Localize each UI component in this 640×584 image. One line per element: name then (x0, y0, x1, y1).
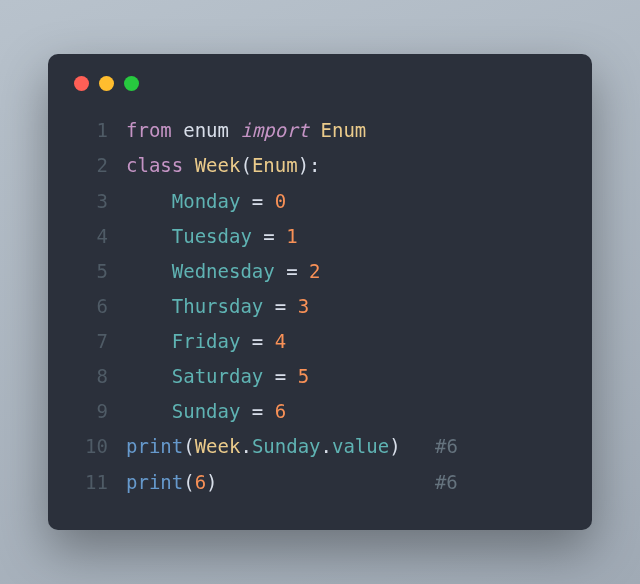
code-block: 1from enum import Enum2class Week(Enum):… (68, 113, 566, 500)
token-kw: class (126, 154, 183, 176)
token-cls: Enum (321, 119, 367, 141)
token-num: 5 (298, 365, 309, 387)
line-content: print(6) #6 (126, 465, 566, 500)
token-plain (275, 225, 286, 247)
token-plain (286, 365, 297, 387)
token-cls: Enum (252, 154, 298, 176)
line-number: 1 (68, 113, 108, 148)
code-line: 8 Saturday = 5 (68, 359, 566, 394)
close-icon[interactable] (74, 76, 89, 91)
line-content: print(Week.Sunday.value) #6 (126, 429, 566, 464)
token-num: 3 (298, 295, 309, 317)
token-plain (172, 119, 183, 141)
gutter-gap (108, 184, 126, 219)
token-plain (240, 330, 251, 352)
token-pun: : (309, 154, 320, 176)
token-plain (298, 260, 309, 282)
minimize-icon[interactable] (99, 76, 114, 91)
code-line: 4 Tuesday = 1 (68, 219, 566, 254)
token-attr: Sunday (252, 435, 321, 457)
code-line: 6 Thursday = 3 (68, 289, 566, 324)
token-attr: Saturday (172, 365, 264, 387)
token-attr: Friday (172, 330, 241, 352)
token-plain (126, 190, 172, 212)
token-pun: = (275, 365, 286, 387)
token-fn: print (126, 435, 183, 457)
line-number: 7 (68, 324, 108, 359)
token-cls: Week (195, 154, 241, 176)
token-plain (218, 471, 435, 493)
line-content: Saturday = 5 (126, 359, 566, 394)
token-plain (263, 365, 274, 387)
code-line: 10print(Week.Sunday.value) #6 (68, 429, 566, 464)
zoom-icon[interactable] (124, 76, 139, 91)
token-pun: ) (389, 435, 400, 457)
code-line: 2class Week(Enum): (68, 148, 566, 183)
token-pun: = (286, 260, 297, 282)
gutter-gap (108, 465, 126, 500)
token-plain (126, 260, 172, 282)
token-num: 6 (195, 471, 206, 493)
token-pun: ) (206, 471, 217, 493)
line-content: class Week(Enum): (126, 148, 566, 183)
gutter-gap (108, 219, 126, 254)
line-number: 8 (68, 359, 108, 394)
token-attr: Thursday (172, 295, 264, 317)
token-attr: Monday (172, 190, 241, 212)
code-window: 1from enum import Enum2class Week(Enum):… (48, 54, 592, 530)
line-content: Wednesday = 2 (126, 254, 566, 289)
line-number: 5 (68, 254, 108, 289)
code-line: 9 Sunday = 6 (68, 394, 566, 429)
line-content: Tuesday = 1 (126, 219, 566, 254)
token-plain (126, 365, 172, 387)
token-kw-it: import (240, 119, 309, 141)
gutter-gap (108, 148, 126, 183)
token-plain (240, 190, 251, 212)
line-content: Monday = 0 (126, 184, 566, 219)
token-pun: . (240, 435, 251, 457)
token-num: 0 (275, 190, 286, 212)
token-num: 1 (286, 225, 297, 247)
token-cmt: #6 (435, 435, 458, 457)
token-plain (126, 400, 172, 422)
token-plain (263, 295, 274, 317)
token-plain (229, 119, 240, 141)
token-plain (263, 400, 274, 422)
gutter-gap (108, 113, 126, 148)
gutter-gap (108, 394, 126, 429)
token-mod: enum (183, 119, 229, 141)
token-cls: Week (195, 435, 241, 457)
code-line: 1from enum import Enum (68, 113, 566, 148)
token-kw: from (126, 119, 172, 141)
line-number: 10 (68, 429, 108, 464)
line-number: 9 (68, 394, 108, 429)
token-num: 4 (275, 330, 286, 352)
line-content: Thursday = 3 (126, 289, 566, 324)
token-plain (183, 154, 194, 176)
token-plain (240, 400, 251, 422)
code-line: 5 Wednesday = 2 (68, 254, 566, 289)
gutter-gap (108, 289, 126, 324)
traffic-lights (74, 76, 566, 91)
gutter-gap (108, 254, 126, 289)
token-plain (275, 260, 286, 282)
line-number: 6 (68, 289, 108, 324)
line-number: 2 (68, 148, 108, 183)
token-plain (286, 295, 297, 317)
token-plain (263, 330, 274, 352)
token-plain (401, 435, 435, 457)
token-plain (263, 190, 274, 212)
token-num: 6 (275, 400, 286, 422)
token-attr: Tuesday (172, 225, 252, 247)
token-pun: ) (298, 154, 309, 176)
line-number: 3 (68, 184, 108, 219)
line-content: Friday = 4 (126, 324, 566, 359)
token-pun: = (263, 225, 274, 247)
token-pun: = (252, 400, 263, 422)
line-number: 11 (68, 465, 108, 500)
token-attr: Wednesday (172, 260, 275, 282)
token-pun: = (252, 190, 263, 212)
token-pun: = (275, 295, 286, 317)
token-plain (309, 119, 320, 141)
token-plain (126, 225, 172, 247)
